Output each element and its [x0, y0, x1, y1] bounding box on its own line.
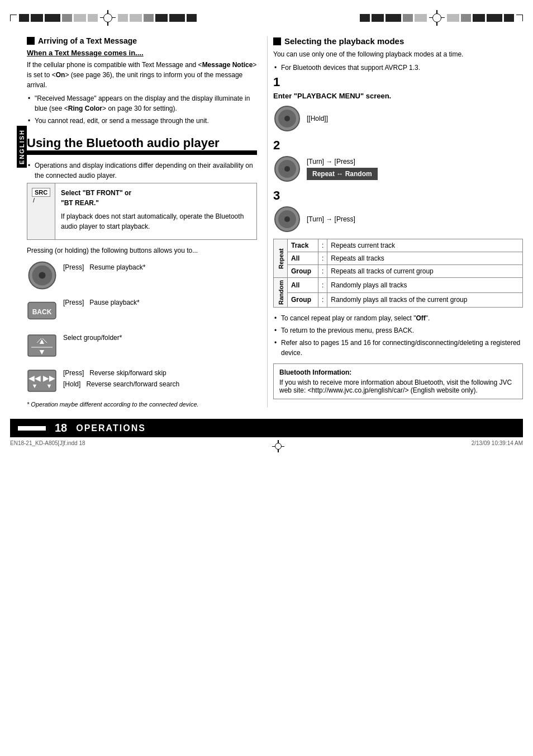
heading-bar: [27, 150, 257, 155]
svg-point-21: [284, 166, 290, 172]
bar: [74, 14, 86, 22]
step1-instruction: Enter "PLAYBACK MENU" screen.: [273, 92, 523, 100]
bottom-crosshair: [272, 440, 284, 452]
operations-label: OPERATIONS: [76, 423, 146, 433]
btn2-action: Pause playback*: [89, 299, 139, 306]
side-bar: ENGLISH: [10, 36, 27, 408]
src-label-box: SRC /: [27, 183, 55, 239]
file-info: EN18-21_KD-A805[J]f.indd 18: [10, 440, 85, 452]
bar-group-right2: [447, 14, 514, 22]
btn2-press: [Press]: [63, 299, 84, 306]
svg-text:BACK: BACK: [32, 308, 52, 316]
page-number: 18: [55, 422, 67, 434]
crosshair-circle: [432, 13, 441, 22]
bar: [88, 14, 98, 22]
step2-knob-row: [Turn] → [Press] Repeat ↔ Random: [273, 155, 523, 183]
bar: [118, 14, 128, 22]
step1-knob: [273, 105, 301, 133]
table-row: Repeat Track : Repeats current track: [274, 239, 523, 252]
step3: 3 [Turn] → [Press]: [273, 188, 523, 233]
step2-knob: [273, 155, 301, 183]
bar: [187, 14, 197, 22]
all-repeat-desc: Repeats all tracks: [327, 252, 523, 265]
mark-right: [360, 10, 523, 26]
step3-number: 3: [273, 188, 523, 203]
btn2-desc: [Press] Pause playback*: [63, 295, 140, 308]
bar: [45, 14, 60, 22]
footnote: * Operation maybe different according to…: [27, 401, 257, 408]
section-box-icon-right: [273, 37, 281, 45]
section-box-icon: [27, 37, 35, 45]
btn-row-2: BACK [Press] Pause playback*: [27, 295, 257, 326]
back-note: To return to the previous menu, press BA…: [273, 325, 523, 336]
bluetooth-bullet: Operations and display indications diffe…: [27, 160, 257, 181]
arriving-bullet2: You cannot read, edit, or send a message…: [27, 116, 257, 126]
bluetooth-heading: Using the Bluetooth audio player: [27, 136, 257, 155]
mark-left: [10, 10, 197, 26]
table-row: Group : Randomly plays all tracks of the…: [274, 292, 523, 308]
right-p1: You can use only one of the following pl…: [273, 49, 523, 59]
btn-row-3: ▲ ▼ Select group/folder*: [27, 330, 257, 361]
step2-number: 2: [273, 138, 523, 153]
cancel-note: To cancel repeat play or random play, se…: [273, 313, 523, 323]
right-title: Selecting the playback modes: [284, 36, 404, 46]
bar: [31, 14, 43, 22]
heading-underline: [27, 150, 257, 155]
btn-row-4: ◀◀ ▶▶ ▼ ▼ [Press] Reverse skip/forward s…: [27, 366, 257, 396]
repeat-random-button: Repeat ↔ Random: [307, 168, 378, 180]
right-section-title: Selecting the playback modes: [273, 36, 523, 46]
arriving-subsection: When a Text Message comes in....: [27, 49, 257, 57]
bar: [144, 14, 154, 22]
mode-table: Repeat Track : Repeats current track All…: [273, 239, 523, 308]
bar: [415, 14, 427, 22]
right-bullet: For Bluetooth devices that support AVRCP…: [273, 63, 523, 73]
src-tag: SRC: [32, 188, 50, 197]
table-row: Random All : Randomly plays all tracks: [274, 278, 523, 293]
btn1-action: Resume playback*: [89, 263, 145, 271]
bar: [130, 14, 142, 22]
main-content: ENGLISH Arriving of a Text Message When …: [0, 31, 533, 408]
svg-text:◀◀: ◀◀: [28, 374, 41, 382]
arriving-title: Arriving of a Text Message: [38, 36, 137, 45]
resume-btn-icon: [27, 260, 58, 291]
bar: [169, 14, 185, 22]
bar-group-left2: [118, 14, 197, 22]
btn-row-1: [Press] Resume playback*: [27, 260, 257, 291]
bottom-bar: 18 OPERATIONS: [10, 419, 523, 437]
group-random-mode: Group: [288, 292, 318, 308]
bar: [504, 14, 514, 22]
date-info: 2/13/09 10:39:14 AM: [472, 440, 523, 452]
bar: [461, 14, 471, 22]
svg-point-24: [284, 216, 290, 222]
step1-number: 1: [273, 75, 523, 89]
left-column: Arriving of a Text Message When a Text M…: [27, 36, 267, 408]
step2: 2 [Turn] → [Press] Repeat ↔ Random: [273, 138, 523, 183]
svg-text:▶▶: ▶▶: [43, 374, 55, 382]
page: ENGLISH Arriving of a Text Message When …: [0, 0, 533, 756]
bar: [372, 14, 384, 22]
back-btn-icon: BACK: [27, 295, 58, 326]
crosshair-left: [100, 10, 116, 26]
src-box: SRC / Select "BT FRONT" or"BT REAR." If …: [27, 183, 257, 240]
svg-point-18: [284, 116, 290, 121]
group-repeat-desc: Repeats all tracks of current group: [327, 265, 523, 278]
all-random-mode: All: [288, 278, 318, 293]
bar: [19, 14, 29, 22]
bar: [487, 14, 502, 22]
svg-text:▼: ▼: [32, 382, 38, 389]
bar: [403, 14, 413, 22]
step3-knob-row: [Turn] → [Press]: [273, 205, 523, 233]
skip-btn-icon: ◀◀ ▶▶ ▼ ▼: [27, 366, 58, 396]
btn3-action: Select group/folder*: [63, 334, 122, 342]
folder-btn-icon: ▲ ▼: [27, 330, 58, 361]
svg-text:▼: ▼: [46, 382, 53, 389]
arriving-section-title: Arriving of a Text Message: [27, 36, 257, 45]
arriving-bullet1: "Received Message" appears on the displa…: [27, 93, 257, 114]
svg-point-2: [39, 272, 46, 279]
step1: 1 Enter "PLAYBACK MENU" screen. [[Hold]]: [273, 75, 523, 133]
bottom-page-indicator: [18, 426, 46, 431]
crosshair-right: [429, 10, 445, 26]
top-marks: [0, 0, 533, 31]
btn4-press: [Press]: [63, 369, 84, 377]
info-box: Bluetooth Information: If you wish to re…: [273, 363, 523, 399]
